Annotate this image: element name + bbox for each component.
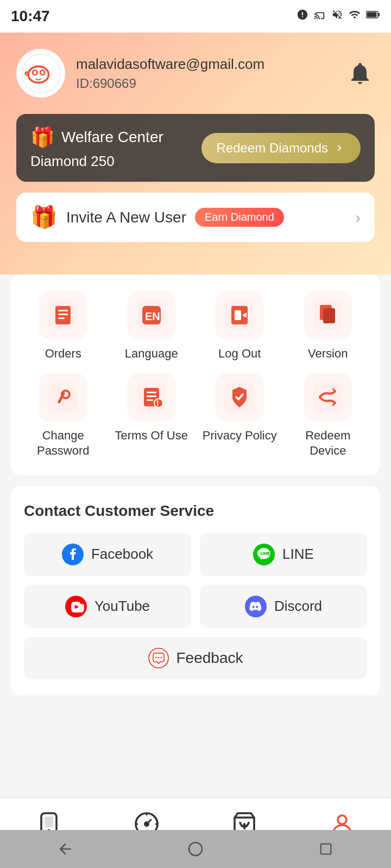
gift-icon: 🎁 — [30, 126, 55, 149]
facebook-label: Facebook — [91, 546, 153, 563]
facebook-icon — [62, 544, 84, 565]
termsofuse-icon-wrap: ! — [127, 373, 176, 422]
android-recents-button[interactable] — [310, 833, 342, 865]
svg-rect-35 — [313, 382, 343, 412]
svg-text:EN: EN — [145, 310, 160, 322]
redeemdevice-label: Redeem Device — [287, 428, 370, 459]
line-icon — [253, 544, 275, 565]
svg-rect-14 — [58, 317, 65, 319]
menu-item-orders[interactable]: Orders — [22, 291, 105, 362]
svg-rect-12 — [58, 310, 68, 311]
menu-grid: Orders EN Language — [22, 291, 369, 459]
svg-rect-20 — [235, 310, 241, 320]
svg-point-51 — [189, 843, 202, 856]
orders-label: Orders — [45, 346, 81, 362]
main-content: Orders EN Language — [0, 275, 391, 831]
contact-title: Contact Customer Service — [24, 502, 367, 520]
privacypolicy-icon-wrap — [215, 373, 264, 422]
android-nav-bar — [0, 830, 391, 868]
version-icon-wrap — [304, 291, 352, 340]
menu-card: Orders EN Language — [11, 275, 380, 475]
earn-badge: Earn Diamond — [195, 208, 284, 227]
menu-item-termsofuse[interactable]: ! Terms Of Use — [110, 373, 193, 459]
youtube-button[interactable]: YouTube — [24, 585, 191, 628]
logout-label: Log Out — [218, 346, 261, 362]
feedback-button[interactable]: Feedback — [24, 637, 367, 679]
welfare-title-row: 🎁 Welfare Center — [30, 126, 163, 149]
changepassword-icon-wrap — [39, 373, 87, 422]
contact-card: Contact Customer Service Facebook LINE — [11, 486, 380, 695]
menu-item-version[interactable]: Version — [287, 291, 370, 362]
youtube-icon — [65, 596, 87, 617]
welfare-title: Welfare Center — [61, 129, 163, 146]
menu-item-redeemdevice[interactable]: Redeem Device — [287, 373, 370, 459]
menu-item-logout[interactable]: Log Out — [198, 291, 281, 362]
battery-icon — [366, 9, 380, 24]
profile-email: malavidasoftware@gmail.com — [76, 56, 264, 73]
redeem-diamonds-button[interactable]: Redeem Diamonds — [201, 133, 361, 163]
profile-id: ID:690669 — [76, 76, 264, 91]
android-home-button[interactable] — [179, 833, 212, 865]
status-time: 10:47 — [11, 8, 50, 25]
invite-text: Invite A New User — [66, 209, 186, 226]
menu-item-privacypolicy[interactable]: Privacy Policy — [198, 373, 281, 459]
version-label: Version — [308, 346, 348, 362]
profile-info: malavidasoftware@gmail.com ID:690669 — [76, 56, 264, 91]
svg-point-9 — [41, 71, 44, 74]
privacypolicy-label: Privacy Policy — [203, 428, 277, 444]
svg-rect-29 — [147, 392, 156, 393]
youtube-label: YouTube — [94, 598, 150, 615]
menu-item-language[interactable]: EN Language — [110, 291, 193, 362]
invite-card[interactable]: 🎁 Invite A New User Earn Diamond › — [16, 193, 375, 242]
feedback-label: Feedback — [176, 649, 243, 667]
svg-text:!: ! — [156, 399, 159, 407]
language-label: Language — [125, 346, 178, 362]
language-icon-wrap: EN — [127, 291, 176, 340]
svg-rect-31 — [147, 399, 153, 401]
invite-left: 🎁 Invite A New User Earn Diamond — [30, 205, 284, 230]
svg-point-43 — [160, 656, 162, 658]
android-back-button[interactable] — [49, 833, 81, 865]
svg-rect-13 — [58, 314, 68, 315]
menu-item-changepassword[interactable]: Change Password — [22, 373, 105, 459]
facebook-button[interactable]: Facebook — [24, 533, 191, 576]
svg-rect-24 — [323, 308, 335, 323]
profile-row: malavidasoftware@gmail.com ID:690669 — [16, 49, 375, 98]
profile-left: malavidasoftware@gmail.com ID:690669 — [16, 49, 264, 98]
avatar — [16, 49, 65, 98]
svg-rect-1 — [378, 13, 380, 16]
discord-label: Discord — [274, 598, 322, 615]
line-label: LINE — [282, 546, 314, 563]
wifi-icon — [349, 9, 361, 24]
orders-icon-wrap — [39, 291, 87, 340]
logout-icon-wrap — [215, 291, 264, 340]
line-button[interactable]: LINE — [200, 533, 367, 576]
svg-rect-52 — [321, 844, 331, 854]
header-section: malavidasoftware@gmail.com ID:690669 🎁 W… — [0, 33, 391, 275]
invite-gift-icon: 🎁 — [30, 205, 58, 230]
welfare-info: 🎁 Welfare Center Diamond 250 — [30, 126, 163, 170]
svg-point-50 — [338, 815, 346, 824]
welfare-card: 🎁 Welfare Center Diamond 250 Redeem Diam… — [16, 114, 375, 182]
redeem-btn-text: Redeem Diamonds — [217, 141, 328, 156]
termsofuse-label: Terms Of Use — [115, 428, 188, 444]
svg-rect-2 — [367, 12, 377, 17]
invite-chevron-icon: › — [355, 208, 361, 227]
redeemdevice-icon-wrap — [304, 373, 352, 422]
changepassword-label: Change Password — [22, 428, 105, 459]
cast-icon — [314, 9, 326, 24]
feedback-icon — [148, 648, 169, 668]
discord-icon — [245, 596, 267, 617]
svg-point-8 — [33, 71, 36, 74]
status-icons — [297, 9, 380, 24]
status-bar: 10:47 — [0, 0, 391, 33]
bell-button[interactable] — [345, 59, 375, 88]
svg-rect-30 — [147, 395, 156, 397]
svg-rect-46 — [45, 816, 53, 827]
contact-grid: Facebook LINE YouTube — [24, 533, 367, 628]
discord-button[interactable]: Discord — [200, 585, 367, 628]
svg-point-41 — [155, 656, 156, 658]
welfare-diamond: Diamond 250 — [30, 153, 163, 170]
alert-icon — [297, 9, 308, 24]
muted-icon — [331, 9, 343, 24]
